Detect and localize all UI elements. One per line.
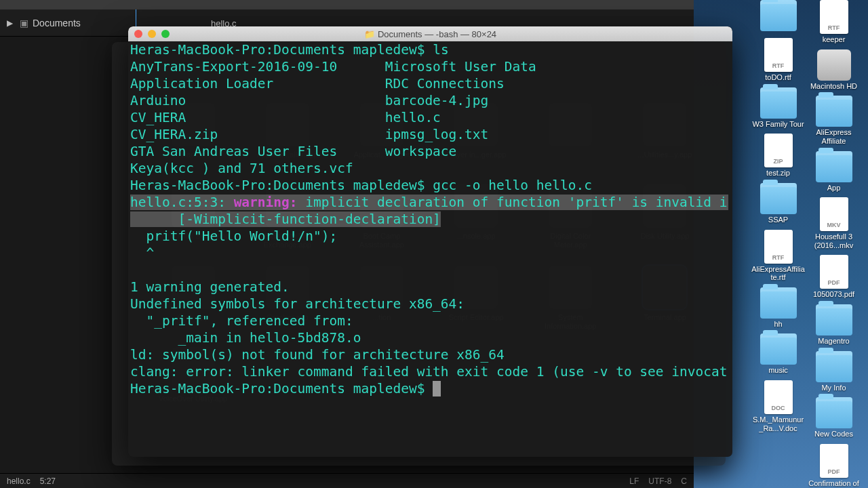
status-encoding[interactable]: UTF-8	[648, 476, 671, 486]
desktop-item[interactable]: My Info	[805, 351, 863, 392]
file-icon: PDF	[820, 255, 848, 289]
desktop-item-label: AliExpress Affiliate	[807, 128, 861, 145]
desktop-item-label: hh	[774, 320, 782, 329]
folder-icon: ▣	[20, 18, 28, 28]
folder-icon: 📁	[364, 29, 375, 39]
file-icon: RTF	[820, 0, 848, 34]
desktop-item-label: test.zip	[766, 169, 790, 178]
desktop-item[interactable]: music	[749, 333, 807, 375]
file-icon: MKV	[820, 197, 848, 231]
desktop-item[interactable]: Macintosh HD	[805, 49, 863, 91]
desktop-item-label: W3 Family Tour	[752, 120, 804, 129]
desktop-item[interactable]: PDF1050073.pdf	[805, 255, 863, 299]
status-filename[interactable]: hello.c	[7, 476, 31, 486]
desktop-item[interactable]: DOCS.M._Mamunur_Ra...V.doc	[749, 380, 807, 432]
desktop-item-label: App	[827, 184, 841, 192]
terminal-title: 📁Documents — -bash — 80×24	[128, 29, 732, 39]
maximize-button[interactable]	[161, 30, 170, 38]
folder-icon	[816, 151, 852, 182]
folder-icon	[760, 287, 797, 319]
desktop-item[interactable]: RTFkeeper	[805, 0, 863, 44]
editor-project-name[interactable]: Documents	[33, 18, 81, 28]
desktop-item-label: music	[768, 366, 788, 375]
desktop-item[interactable]: AliExpress Affiliate	[805, 96, 863, 145]
hd-icon	[817, 49, 851, 81]
minimize-button[interactable]	[148, 30, 156, 38]
desktop-item[interactable]: App	[805, 151, 863, 192]
desktop-column-1: RTFtoDO.rtfW3 Family TourZIPtest.zipSSAP…	[749, 0, 807, 432]
desktop-item-label: AliExpressAffiliate.rtf	[751, 265, 806, 282]
folder-icon	[760, 0, 797, 31]
window-controls	[128, 30, 170, 38]
terminal-body[interactable]: Heras-MacBook-Pro:Documents mapledew$ ls…	[130, 41, 728, 455]
terminal-title-text: Documents — -bash — 80×24	[378, 29, 496, 39]
folder-icon	[760, 87, 797, 119]
desktop-item[interactable]	[749, 0, 807, 33]
desktop-item-label: My Info	[821, 384, 846, 392]
desktop-item[interactable]: hh	[749, 287, 807, 329]
desktop-item-label: Magentro	[818, 337, 849, 346]
terminal-titlebar[interactable]: 📁Documents — -bash — 80×24	[128, 26, 732, 41]
desktop-item[interactable]: RTFtoDO.rtf	[749, 38, 807, 82]
folder-icon	[816, 96, 852, 127]
desktop-item[interactable]: New Codes	[805, 397, 863, 439]
close-button[interactable]	[134, 30, 142, 38]
desktop-item[interactable]: ZIPtest.zip	[749, 134, 807, 178]
file-icon: RTF	[764, 230, 793, 264]
desktop-item-label: 1050073.pdf	[813, 290, 854, 299]
desktop-column-2: RTFkeeperMacintosh HDAliExpress Affiliat…	[805, 0, 863, 488]
desktop-item-label: keeper	[823, 35, 846, 44]
desktop-item-label: Macintosh HD	[810, 82, 857, 91]
folder-icon	[760, 333, 797, 365]
desktop-item[interactable]: SSAP	[749, 183, 807, 224]
file-icon: PDF	[820, 444, 848, 478]
folder-icon	[816, 351, 852, 382]
folder-icon	[816, 304, 852, 336]
desktop-item-label: Housefull 3 (2016...mkv	[807, 232, 861, 249]
desktop-item[interactable]: PDFConfirmation of Iss...ail.pdf	[805, 444, 863, 488]
desktop-item-label: toDO.rtf	[765, 73, 791, 82]
status-language[interactable]: C	[681, 476, 687, 486]
file-icon: RTF	[764, 38, 793, 72]
desktop-item[interactable]: W3 Family Tour	[749, 87, 807, 129]
desktop[interactable]: RTFtoDO.rtfW3 Family TourZIPtest.zipSSAP…	[694, 0, 868, 488]
file-icon: ZIP	[764, 134, 793, 167]
terminal-window: 📁Documents — -bash — 80×24 Heras-MacBook…	[128, 26, 732, 457]
desktop-item-label: Confirmation of Iss...ail.pdf	[807, 479, 861, 488]
file-icon: DOC	[764, 380, 793, 414]
desktop-item-label: New Codes	[814, 430, 853, 439]
folder-icon	[760, 183, 797, 214]
desktop-item[interactable]: RTFAliExpressAffiliate.rtf	[749, 230, 807, 282]
desktop-item-label: SSAP	[768, 216, 788, 224]
desktop-item[interactable]: MKVHousefull 3 (2016...mkv	[805, 197, 863, 249]
desktop-item[interactable]: Magentro	[805, 304, 863, 346]
desktop-item-label: S.M._Mamunur_Ra...V.doc	[751, 415, 806, 432]
chevron-right-icon[interactable]: ▶	[7, 18, 13, 28]
status-cursor-pos[interactable]: 5:27	[40, 476, 56, 486]
editor-status-bar: hello.c 5:27 LF UTF-8 C	[0, 473, 694, 488]
folder-icon	[816, 397, 852, 428]
editor-titlebar[interactable]	[0, 0, 694, 9]
status-line-ending[interactable]: LF	[629, 476, 639, 486]
